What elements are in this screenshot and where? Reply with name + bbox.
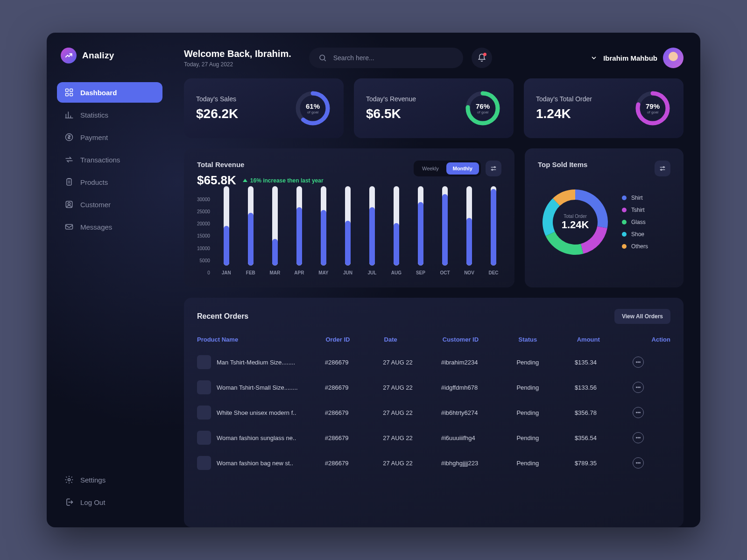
- cell-customer: #ib6htrty6274: [441, 409, 517, 416]
- orders-title: Recent Orders: [197, 312, 248, 321]
- sidebar-item-customer[interactable]: Customer: [57, 194, 162, 215]
- col-amount[interactable]: Amount: [577, 336, 635, 343]
- product-thumb: [197, 406, 211, 420]
- legend-item-shoe: Shoe: [622, 231, 648, 238]
- cell-product: Woman fashion bag new st..: [197, 456, 325, 470]
- svg-point-19: [663, 167, 664, 168]
- more-icon: [635, 359, 641, 365]
- table-row[interactable]: Woman Tshirt-Small Size........ #286679 …: [197, 375, 668, 400]
- bar-jun: JUN: [340, 186, 356, 275]
- top-sold-filter-button[interactable]: [655, 161, 670, 176]
- welcome-heading: Welcome Back, Ibrahim.: [184, 49, 291, 59]
- stat-value: 1.24K: [536, 106, 592, 121]
- revenue-filter-button[interactable]: [486, 161, 501, 176]
- row-action-button[interactable]: [633, 432, 644, 443]
- bar-label: JUN: [343, 270, 352, 275]
- cell-product: Man Tshirt-Medium Size........: [197, 355, 325, 369]
- table-row[interactable]: White Shoe unisex modern f.. #286679 27 …: [197, 400, 668, 425]
- row-action-button[interactable]: [633, 382, 644, 393]
- brand: Analizy: [57, 48, 162, 63]
- search-box[interactable]: [309, 48, 463, 68]
- view-all-orders-button[interactable]: View All Orders: [614, 309, 670, 324]
- nav-bottom: SettingsLog Out: [57, 469, 162, 512]
- table-row[interactable]: Woman fashion bag new st.. #286679 27 AU…: [197, 450, 668, 476]
- svg-point-20: [661, 169, 662, 170]
- cell-amount: $356.54: [575, 434, 633, 441]
- col-orderid[interactable]: Order ID: [325, 336, 384, 343]
- bar-label: OCT: [440, 270, 450, 275]
- welcome-date: Today, 27 Aug 2022: [184, 61, 291, 68]
- svg-point-17: [494, 167, 495, 168]
- table-row[interactable]: Man Tshirt-Medium Size........ #286679 2…: [197, 350, 668, 375]
- stat-pct-sub: of goal: [477, 110, 488, 114]
- bar-label: MAY: [318, 270, 328, 275]
- user-icon: [64, 200, 74, 209]
- svg-rect-2: [66, 93, 69, 96]
- sidebar-item-settings[interactable]: Settings: [57, 469, 162, 490]
- col-date[interactable]: Date: [384, 336, 443, 343]
- period-toggle[interactable]: Weekly Monthly: [414, 161, 481, 176]
- search-icon: [318, 54, 327, 62]
- donut-center-label: Total Order: [564, 214, 586, 219]
- stats-icon: [64, 110, 74, 119]
- col-customer[interactable]: Customer ID: [443, 336, 519, 343]
- cell-orderid: #286679: [325, 460, 383, 467]
- svg-rect-1: [70, 89, 73, 92]
- clipboard-icon: [64, 177, 74, 187]
- row-action-button[interactable]: [633, 457, 644, 469]
- stat-value: $6.5K: [366, 106, 416, 121]
- stat-card-0: Today's Sales$26.2K 61%of goal: [184, 78, 344, 138]
- legend-item-others: Others: [622, 243, 648, 250]
- stat-pct-sub: of goal: [307, 110, 318, 114]
- search-input[interactable]: [332, 54, 454, 62]
- sidebar-item-messages[interactable]: Messages: [57, 217, 162, 237]
- mail-icon: [64, 222, 74, 231]
- col-status[interactable]: Status: [519, 336, 577, 343]
- sidebar-item-payment[interactable]: Payment: [57, 127, 162, 147]
- row-action-button[interactable]: [633, 407, 644, 418]
- cell-status: Pending: [516, 409, 574, 416]
- svg-point-23: [640, 362, 641, 363]
- svg-point-10: [320, 55, 325, 60]
- cell-date: 27 AUG 22: [383, 434, 441, 441]
- stat-label: Today's Sales: [196, 95, 238, 103]
- sidebar-item-products[interactable]: Products: [57, 172, 162, 192]
- notifications-button[interactable]: [472, 48, 492, 68]
- cell-status: Pending: [516, 359, 574, 366]
- avatar: [663, 48, 684, 68]
- sidebar-item-transactions[interactable]: Transactions: [57, 149, 162, 170]
- grid-icon: [64, 88, 74, 97]
- brand-name: Analizy: [82, 50, 114, 61]
- svg-point-25: [638, 387, 639, 388]
- revenue-trend: 16% increase then last year: [243, 177, 324, 184]
- barchart-bars: JANFEBMARAPRMAYJUNJULAUGSEPOCTNOVDEC: [218, 196, 501, 275]
- top-sold-title: Top Sold Items: [538, 161, 587, 168]
- bar-oct: OCT: [437, 186, 453, 275]
- toggle-monthly[interactable]: Monthly: [446, 162, 479, 175]
- cell-amount: $789.35: [575, 460, 633, 467]
- toggle-weekly[interactable]: Weekly: [416, 162, 445, 175]
- row-action-button[interactable]: [633, 357, 644, 368]
- ytick: 20000: [197, 221, 210, 226]
- user-menu[interactable]: Ibrahim Mahbub: [590, 48, 684, 68]
- svg-point-21: [636, 362, 637, 363]
- svg-point-32: [640, 437, 641, 438]
- welcome-block: Welcome Back, Ibrahim. Today, 27 Aug 202…: [184, 49, 291, 68]
- sidebar-item-dashboard[interactable]: Dashboard: [57, 82, 162, 103]
- col-action[interactable]: Action: [635, 336, 670, 343]
- sidebar-item-statistics[interactable]: Statistics: [57, 105, 162, 125]
- svg-point-9: [68, 479, 70, 481]
- cell-product: Woman fashion sunglass ne..: [197, 431, 325, 445]
- brand-logo-icon: [61, 48, 77, 63]
- bar-label: MAR: [269, 270, 280, 275]
- orders-body[interactable]: Man Tshirt-Medium Size........ #286679 2…: [197, 350, 670, 527]
- nav-main: DashboardStatisticsPaymentTransactionsPr…: [57, 82, 162, 237]
- product-thumb: [197, 431, 211, 445]
- sidebar-item-log out[interactable]: Log Out: [57, 492, 162, 512]
- col-product[interactable]: Product Name: [197, 336, 325, 343]
- charts-row: Total Revenue $65.8K 16% increase then l…: [184, 148, 684, 287]
- table-row[interactable]: Woman fashion sunglass ne.. #286679 27 A…: [197, 425, 668, 450]
- bar-jul: JUL: [364, 186, 380, 275]
- dollar-icon: [64, 133, 74, 142]
- donut-legend: ShirtTshirtGlassShoeOthers: [622, 195, 648, 250]
